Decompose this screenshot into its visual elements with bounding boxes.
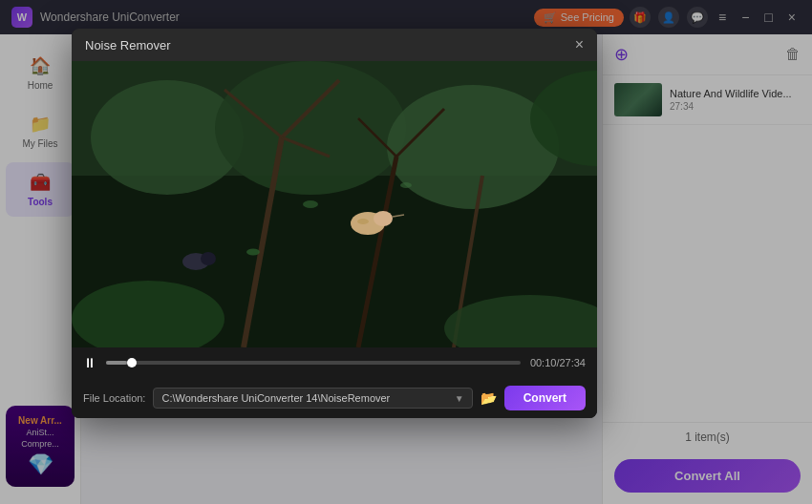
svg-point-19: [357, 219, 369, 224]
svg-point-22: [303, 200, 318, 208]
convert-button[interactable]: Convert: [504, 386, 586, 410]
file-path-text: C:\Wondershare UniConverter 14\NoiseRemo…: [161, 392, 390, 404]
svg-point-3: [215, 61, 406, 195]
dialog-close-button[interactable]: ×: [575, 36, 584, 53]
time-display: 00:10/27:34: [530, 357, 586, 368]
svg-point-4: [387, 85, 559, 209]
progress-thumb: [127, 358, 137, 368]
app-container: W Wondershare UniConverter 🛒 See Pricing…: [0, 0, 812, 504]
file-location-label: File Location:: [83, 392, 145, 404]
dropdown-arrow-icon: ▼: [455, 393, 464, 404]
file-location-row: File Location: C:\Wondershare UniConvert…: [72, 378, 597, 418]
pause-button[interactable]: ⏸: [83, 355, 96, 370]
svg-point-17: [374, 211, 393, 226]
progress-bar[interactable]: [106, 361, 521, 365]
noise-dialog: Noise Remover ×: [72, 29, 597, 418]
svg-point-24: [246, 249, 260, 256]
progress-fill: [106, 361, 127, 365]
dialog-title-bar: Noise Remover ×: [72, 29, 597, 61]
nature-scene-svg: [72, 61, 597, 347]
video-preview: [72, 61, 597, 347]
svg-point-23: [400, 182, 412, 188]
dialog-title: Noise Remover: [85, 38, 171, 52]
file-location-input[interactable]: C:\Wondershare UniConverter 14\NoiseRemo…: [153, 388, 472, 409]
svg-point-21: [201, 252, 216, 265]
playback-controls: ⏸ 00:10/27:34: [72, 347, 597, 378]
folder-browse-icon[interactable]: 📂: [481, 390, 497, 406]
video-scene: [72, 61, 597, 347]
